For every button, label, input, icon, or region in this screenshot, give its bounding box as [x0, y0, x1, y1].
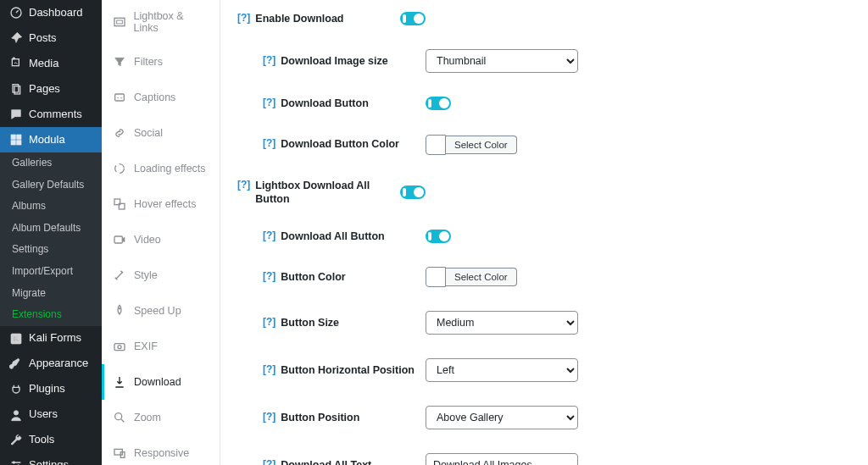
- menu-media[interactable]: Media: [0, 51, 102, 76]
- tab-responsive[interactable]: Responsive: [102, 435, 220, 465]
- menu-label: Plugins: [29, 382, 65, 396]
- help-icon[interactable]: [?]: [263, 270, 275, 284]
- menu-tools[interactable]: Tools: [0, 428, 102, 453]
- field-label: Download All Button: [281, 230, 384, 243]
- download-button-color-picker[interactable]: Select Color: [426, 135, 517, 155]
- menu-kali-forms[interactable]: K Kali Forms: [0, 326, 102, 352]
- tab-filters[interactable]: Filters: [102, 44, 220, 80]
- tab-download[interactable]: Download: [102, 364, 220, 400]
- download-image-size-select[interactable]: Thumbnail: [426, 49, 578, 73]
- menu-label: Users: [29, 407, 58, 422]
- tab-hover-effects[interactable]: Hover effects: [102, 186, 220, 222]
- tab-label: Zoom: [134, 412, 161, 423]
- pin-icon: [8, 30, 24, 46]
- help-icon[interactable]: [?]: [263, 411, 275, 424]
- caption-icon: [112, 90, 127, 105]
- tab-zoom[interactable]: Zoom: [102, 400, 220, 435]
- submenu-import-export[interactable]: Import/Export: [0, 261, 102, 283]
- funnel-icon: [112, 54, 127, 69]
- menu-comments[interactable]: Comments: [0, 102, 102, 127]
- svg-rect-8: [17, 141, 21, 145]
- user-icon: [8, 407, 24, 423]
- menu-pages[interactable]: Pages: [0, 76, 102, 102]
- tab-lightbox-links[interactable]: Lightbox & Links: [102, 0, 220, 44]
- chain-icon: [112, 125, 127, 141]
- field-label: Download Button: [281, 97, 368, 110]
- menu-dashboard[interactable]: Dashboard: [0, 0, 102, 25]
- svg-rect-6: [17, 135, 21, 139]
- submenu-extensions[interactable]: Extensions: [0, 304, 102, 326]
- help-icon[interactable]: [?]: [263, 97, 275, 110]
- submenu-album-defaults[interactable]: Album Defaults: [0, 218, 102, 240]
- menu-label: Settings: [29, 458, 69, 465]
- download-all-text-input[interactable]: [426, 453, 578, 465]
- help-icon[interactable]: [?]: [263, 316, 275, 329]
- plug-icon: [8, 382, 24, 397]
- comment-icon: [8, 107, 24, 122]
- tab-speed-up[interactable]: Speed Up: [102, 293, 220, 329]
- modula-icon: [8, 132, 24, 147]
- wrench-icon: [8, 433, 24, 448]
- menu-label: Media: [29, 57, 58, 71]
- download-button-toggle[interactable]: [426, 97, 451, 110]
- svg-rect-25: [114, 344, 125, 351]
- spinner-icon: [112, 161, 127, 176]
- menu-label: Pages: [29, 82, 60, 97]
- help-icon[interactable]: [?]: [263, 363, 275, 377]
- button-position-select[interactable]: Above Gallery: [426, 406, 578, 429]
- device-icon: [112, 446, 127, 461]
- enable-download-toggle[interactable]: [400, 12, 426, 25]
- menu-settings[interactable]: Settings: [0, 453, 102, 465]
- menu-users[interactable]: Users: [0, 402, 102, 428]
- submenu-galleries[interactable]: Galleries: [0, 152, 102, 174]
- tab-label: Lightbox & Links: [134, 10, 209, 34]
- swatch-icon: [426, 267, 446, 287]
- svg-point-27: [115, 413, 122, 420]
- svg-rect-17: [114, 18, 125, 25]
- submenu-settings[interactable]: Settings: [0, 239, 102, 261]
- submenu-migrate[interactable]: Migrate: [0, 283, 102, 305]
- field-label: Enable Download: [255, 12, 343, 25]
- svg-point-12: [13, 461, 15, 463]
- help-icon[interactable]: [?]: [263, 54, 275, 68]
- pages-icon: [8, 81, 24, 97]
- menu-plugins[interactable]: Plugins: [0, 377, 102, 402]
- tab-exif[interactable]: EXIF: [102, 329, 220, 364]
- field-label: Button Position: [281, 411, 359, 424]
- tab-social[interactable]: Social: [102, 115, 220, 151]
- lightbox-download-all-toggle[interactable]: [400, 185, 426, 199]
- tab-video[interactable]: Video: [102, 222, 220, 257]
- svg-point-2: [13, 58, 15, 60]
- field-label: Button Color: [281, 270, 345, 284]
- menu-modula[interactable]: Modula: [0, 127, 102, 152]
- tab-label: Filters: [134, 56, 163, 68]
- help-icon[interactable]: [?]: [263, 230, 275, 243]
- field-label: Download Button Color: [281, 137, 399, 151]
- submenu-gallery-defaults[interactable]: Gallery Defaults: [0, 174, 102, 197]
- tab-label: Responsive: [134, 447, 189, 459]
- download-all-button-toggle[interactable]: [426, 230, 451, 243]
- svg-rect-23: [114, 236, 122, 243]
- gauge-icon: [8, 5, 24, 20]
- button-color-picker[interactable]: Select Color: [426, 267, 517, 287]
- help-icon[interactable]: [?]: [263, 137, 275, 151]
- svg-rect-19: [115, 94, 125, 101]
- help-icon[interactable]: [?]: [237, 12, 250, 25]
- field-label: Download All Text: [281, 458, 371, 465]
- menu-posts[interactable]: Posts: [0, 25, 102, 51]
- menu-label: Tools: [29, 433, 54, 447]
- button-h-position-select[interactable]: Left: [426, 358, 578, 382]
- help-icon[interactable]: [?]: [263, 458, 275, 465]
- svg-point-24: [119, 307, 120, 309]
- menu-appearance[interactable]: Appearance: [0, 352, 102, 377]
- tab-label: Speed Up: [134, 305, 181, 317]
- lightbox-icon: [112, 14, 127, 30]
- submenu-albums[interactable]: Albums: [0, 196, 102, 218]
- tab-style[interactable]: Style: [102, 257, 220, 293]
- tab-captions[interactable]: Captions: [102, 80, 220, 115]
- help-icon[interactable]: [?]: [237, 179, 250, 192]
- tab-loading-effects[interactable]: Loading effects: [102, 151, 220, 186]
- field-label: Button Size: [281, 316, 339, 329]
- button-size-select[interactable]: Medium: [426, 311, 578, 335]
- wand-icon: [112, 268, 127, 283]
